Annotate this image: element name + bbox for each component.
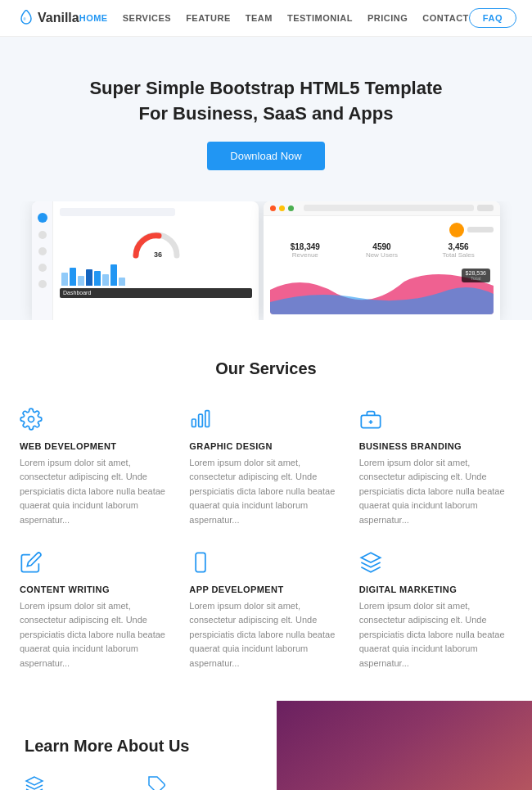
service-branding: BUSINESS BRANDING Lorem ipsum dolor sit …: [359, 408, 512, 528]
service-branding-title: BUSINESS BRANDING: [359, 441, 512, 451]
service-content-title: CONTENT WRITING: [20, 585, 173, 594]
logo-text: Vanilla: [38, 11, 79, 25]
faq-button[interactable]: FAQ: [469, 8, 516, 28]
service-digital-marketing: DIGITAL MARKETING Lorem ipsum dolor sit …: [359, 551, 512, 671]
about-grid: Bootstrap 4 Lorem ipsum dolor sit amet, …: [25, 775, 257, 790]
download-button[interactable]: Download Now: [207, 142, 324, 170]
service-content-writing: CONTENT WRITING Lorem ipsum dolor sit am…: [20, 551, 173, 671]
logo[interactable]: Vanilla: [20, 10, 79, 26]
service-content-text: Lorem ipsum dolor sit amet, consectetur …: [20, 599, 173, 671]
nav-links: HOME SERVICES FEATURE TEAM TESTIMONIAL P…: [79, 13, 469, 23]
svg-point-0: [24, 17, 26, 20]
gauge-chart: 36: [128, 223, 185, 260]
hero-section: Super Simple Bootstrap HTML5 TemplateFor…: [0, 37, 532, 320]
service-web-development: WEB DEVELOPMENT Lorem ipsum dolor sit am…: [20, 408, 173, 528]
service-graphic-text: Lorem ipsum dolor sit amet, consectetur …: [189, 456, 342, 528]
svg-point-2: [29, 416, 34, 422]
service-graphic-design: GRAPHIC DESIGN Lorem ipsum dolor sit ame…: [189, 408, 342, 528]
nav-feature[interactable]: FEATURE: [186, 13, 231, 23]
about-bootstrap: Bootstrap 4 Lorem ipsum dolor sit amet, …: [25, 775, 134, 790]
about-left: Learn More About Us Bootstrap 4 Lorem ip…: [0, 701, 277, 790]
layers-about-icon: [25, 775, 134, 790]
pencil-icon: [20, 551, 173, 576]
right-mockup: $18,349 Revenue 4590 New Users 3,456 Tot…: [264, 201, 500, 320]
nav-testimonial[interactable]: TESTIMONIAL: [287, 13, 353, 23]
service-app-title: APP DEVELOPMENT: [189, 585, 342, 594]
hero-mockup-wrap: 36 Dashboard: [20, 201, 512, 320]
services-grid: WEB DEVELOPMENT Lorem ipsum dolor sit am…: [20, 408, 512, 671]
svg-rect-4: [199, 414, 203, 427]
service-digital-text: Lorem ipsum dolor sit amet, consectetur …: [359, 599, 512, 671]
about-title: Learn More About Us: [25, 737, 257, 756]
nav-team[interactable]: TEAM: [246, 13, 273, 23]
service-graphic-title: GRAPHIC DESIGN: [189, 441, 342, 451]
svg-rect-9: [196, 553, 205, 571]
service-app-development: APP DEVELOPMENT Lorem ipsum dolor sit am…: [189, 551, 342, 671]
svg-rect-5: [205, 410, 210, 427]
svg-marker-11: [361, 553, 380, 562]
layers-icon: [359, 551, 512, 576]
nav-contact[interactable]: CONTACT: [422, 13, 468, 23]
about-image: AAPL +1.2% FB -0.8: [277, 701, 532, 790]
services-section: Our Services WEB DEVELOPMENT Lorem ipsum…: [0, 320, 532, 701]
briefcase-icon: [359, 408, 512, 433]
service-web-title: WEB DEVELOPMENT: [20, 441, 173, 451]
service-app-text: Lorem ipsum dolor sit amet, consectetur …: [189, 599, 342, 671]
svg-text:36: 36: [154, 251, 162, 259]
svg-marker-12: [26, 777, 43, 785]
service-branding-text: Lorem ipsum dolor sit amet, consectetur …: [359, 456, 512, 528]
mobile-icon: [189, 551, 342, 576]
service-digital-title: DIGITAL MARKETING: [359, 585, 512, 594]
gear-icon: [20, 408, 173, 433]
nav-services[interactable]: SERVICES: [123, 13, 171, 23]
bars-icon: [189, 408, 342, 433]
hero-title: Super Simple Bootstrap HTML5 TemplateFor…: [20, 76, 512, 127]
about-section: Learn More About Us Bootstrap 4 Lorem ip…: [0, 701, 532, 790]
left-mockup: 36 Dashboard: [32, 201, 259, 320]
tag-about-icon: [147, 775, 257, 790]
nav-home[interactable]: HOME: [79, 13, 108, 23]
about-free: 100% Free Lorem ipsum dolor sit amet, co…: [147, 775, 257, 790]
service-web-text: Lorem ipsum dolor sit amet, consectetur …: [20, 456, 173, 528]
navbar: Vanilla HOME SERVICES FEATURE TEAM TESTI…: [0, 0, 532, 37]
logo-icon: [20, 10, 33, 26]
area-chart: [270, 265, 494, 314]
services-title: Our Services: [20, 359, 512, 378]
nav-pricing[interactable]: PRICING: [367, 13, 408, 23]
svg-rect-3: [192, 419, 196, 427]
